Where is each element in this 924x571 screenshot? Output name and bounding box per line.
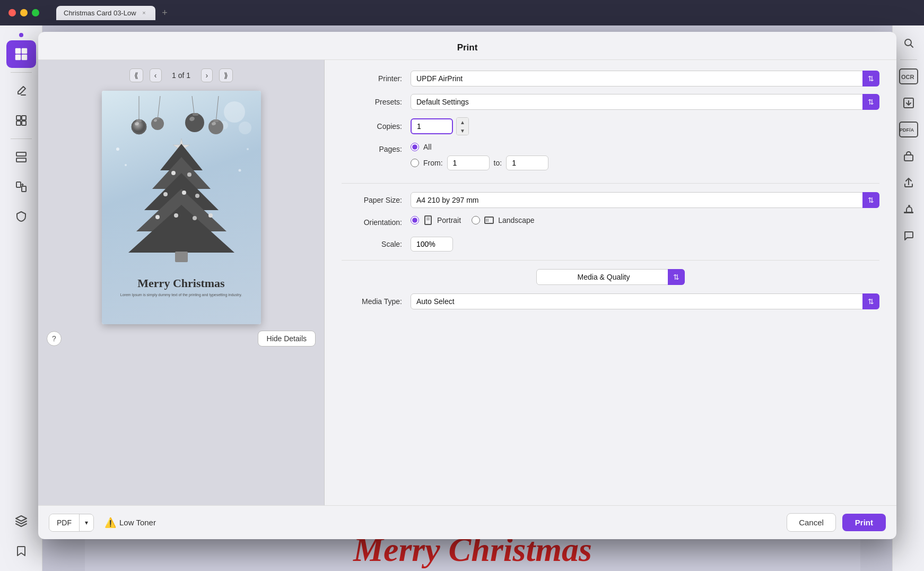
media-type-control: Auto Select ⇅ xyxy=(411,293,879,309)
svg-rect-47 xyxy=(175,252,188,262)
separator-2 xyxy=(342,260,879,261)
paper-size-select[interactable]: A4 210 by 297 mm xyxy=(411,192,879,208)
copies-decrement[interactable]: ▼ xyxy=(457,126,468,135)
sidebar-item-protect[interactable] xyxy=(6,203,36,230)
svg-point-21 xyxy=(224,101,245,123)
paper-size-row: Paper Size: A4 210 by 297 mm ⇅ xyxy=(342,192,879,208)
orientation-portrait-row: Portrait xyxy=(411,215,461,225)
copies-input[interactable] xyxy=(411,118,453,134)
tab-christmas-card[interactable]: Christmas Card 03-Low × xyxy=(56,6,155,20)
ocr-button[interactable]: OCR xyxy=(897,65,920,88)
printer-select[interactable]: UPDF AirPrint xyxy=(411,71,879,86)
media-type-select-wrapper: Auto Select ⇅ xyxy=(411,293,879,309)
extract-icon xyxy=(903,97,914,109)
extract-button[interactable] xyxy=(897,92,920,114)
pages-to-input[interactable] xyxy=(506,155,548,170)
page-indicator: 1 of 1 xyxy=(168,71,195,80)
portrait-radio[interactable] xyxy=(411,216,419,224)
pages-from-input[interactable] xyxy=(447,155,490,170)
svg-point-12 xyxy=(905,39,911,46)
preview-navigation: ⟪ ‹ 1 of 1 › ⟫ xyxy=(129,68,233,82)
svg-rect-10 xyxy=(16,182,21,187)
copies-control: ▲ ▼ xyxy=(411,117,879,135)
svg-point-35 xyxy=(185,113,204,132)
tab-label: Christmas Card 03-Low xyxy=(64,9,136,17)
prev-page-button[interactable]: ‹ xyxy=(150,68,162,82)
svg-rect-11 xyxy=(22,186,26,192)
share-button[interactable] xyxy=(897,171,920,194)
pdf-a-icon: PDF/A xyxy=(899,122,918,137)
media-quality-select[interactable]: Media & Quality xyxy=(536,269,685,285)
card-svg xyxy=(107,96,256,298)
pdf-a-button[interactable]: PDF/A xyxy=(897,118,920,141)
pages-range-radio[interactable] xyxy=(411,159,419,167)
dialog-body: ⟪ ‹ 1 of 1 › ⟫ xyxy=(38,60,896,505)
sidebar-item-organize[interactable] xyxy=(6,143,36,171)
last-page-icon: ⟫ xyxy=(224,71,228,80)
help-button[interactable]: ? xyxy=(47,331,62,346)
portrait-label: Portrait xyxy=(437,216,461,224)
scale-label: Scale: xyxy=(342,240,411,248)
sidebar-item-annotate[interactable] xyxy=(6,77,36,105)
copies-label: Copies: xyxy=(342,122,411,131)
orientation-landscape-row: Landscape xyxy=(472,215,535,225)
sidebar-divider-1 xyxy=(11,72,32,73)
first-page-button[interactable]: ⟪ xyxy=(129,68,143,82)
media-quality-section-header: Media & Quality ⇅ xyxy=(342,269,879,285)
svg-point-49 xyxy=(187,172,191,177)
last-page-button[interactable]: ⟫ xyxy=(219,68,233,82)
right-sidebar-divider xyxy=(900,59,917,60)
pages-to-label: to: xyxy=(494,159,502,167)
orientation-row: Orientation: Portrait xyxy=(342,215,879,229)
comment-button[interactable] xyxy=(897,224,920,247)
sidebar-item-bookmark[interactable] xyxy=(6,537,36,565)
svg-point-53 xyxy=(155,215,160,219)
tab-close-button[interactable]: × xyxy=(141,9,148,16)
print-button[interactable]: Print xyxy=(842,514,886,531)
pages-all-radio[interactable] xyxy=(411,143,419,151)
svg-text:PDF/A: PDF/A xyxy=(900,127,914,133)
svg-rect-19 xyxy=(904,212,913,213)
svg-rect-0 xyxy=(15,48,21,54)
svg-rect-18 xyxy=(904,155,913,161)
search-button[interactable] xyxy=(897,32,920,54)
pages-control: All From: to: xyxy=(411,143,879,175)
presets-select[interactable]: Default Settings xyxy=(411,94,879,110)
orientation-control: Portrait Landscape xyxy=(411,215,879,229)
pdf-dropdown-arrow[interactable]: ▾ xyxy=(80,515,93,531)
presets-label: Presets: xyxy=(342,98,411,106)
copies-row: Copies: ▲ ▼ xyxy=(342,117,879,135)
minimize-button[interactable] xyxy=(20,9,28,16)
printer-label: Printer: xyxy=(342,74,411,83)
scale-row: Scale: xyxy=(342,237,879,252)
presets-select-wrapper: Default Settings ⇅ xyxy=(411,94,879,110)
sidebar-item-convert[interactable] xyxy=(6,173,36,201)
close-button[interactable] xyxy=(8,9,16,16)
svg-rect-5 xyxy=(22,116,26,120)
sidebar-item-layers[interactable] xyxy=(6,507,36,535)
maximize-button[interactable] xyxy=(32,9,39,16)
sidebar-item-edit[interactable] xyxy=(6,107,36,134)
pages-row: Pages: All From: to: xyxy=(342,143,879,175)
landscape-radio[interactable] xyxy=(472,216,480,224)
card-inner: Merry Christmas Lorem Ipsum is simply du… xyxy=(102,91,261,324)
cancel-button[interactable]: Cancel xyxy=(787,513,836,532)
hide-details-button[interactable]: Hide Details xyxy=(258,331,316,347)
lock-icon xyxy=(903,150,914,162)
copies-increment[interactable]: ▲ xyxy=(457,118,468,126)
preview-card: Merry Christmas Lorem Ipsum is simply du… xyxy=(102,91,261,324)
media-type-select[interactable]: Auto Select xyxy=(411,293,879,309)
secure-pdf-button[interactable] xyxy=(897,145,920,167)
sidebar-item-thumbnails[interactable] xyxy=(6,40,36,68)
svg-rect-1 xyxy=(22,48,27,54)
landscape-icon xyxy=(484,215,494,225)
svg-rect-37 xyxy=(193,113,198,116)
svg-rect-31 xyxy=(136,119,142,122)
stamp-button[interactable] xyxy=(897,198,920,220)
scale-input[interactable] xyxy=(411,237,453,252)
right-sidebar: OCR PDF/A xyxy=(892,25,924,571)
dialog-title: Print xyxy=(38,32,896,60)
next-page-button[interactable]: › xyxy=(201,68,213,82)
new-tab-button[interactable]: + xyxy=(158,5,172,20)
pdf-button[interactable]: PDF ▾ xyxy=(49,514,94,532)
